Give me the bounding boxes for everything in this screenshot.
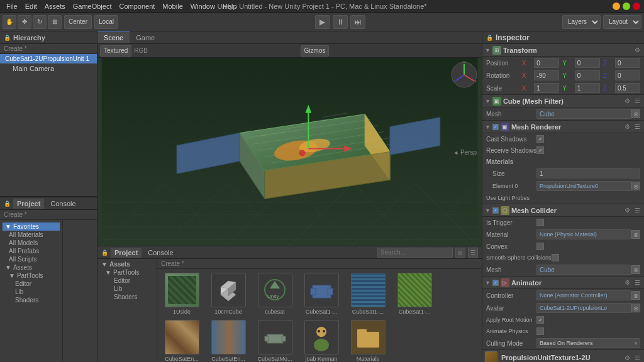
hierarchy-create[interactable]: Create * xyxy=(0,44,97,54)
menu-assets[interactable]: Assets xyxy=(41,3,69,10)
assets-header[interactable]: ▼Assets xyxy=(99,260,155,268)
mesh-value[interactable]: Cube xyxy=(536,109,631,119)
project-view-btn[interactable]: ⊞ xyxy=(455,248,465,258)
asset-10cmcube[interactable]: 10cmCube xyxy=(206,272,250,316)
project-tab[interactable]: Project xyxy=(13,199,44,209)
receive-shadows-checkbox[interactable] xyxy=(536,146,544,154)
all-models-folder[interactable]: All Models xyxy=(3,239,60,247)
cast-shadows-checkbox[interactable] xyxy=(536,135,544,143)
menu-component[interactable]: Component xyxy=(115,3,158,10)
smooth-sphere-checkbox[interactable] xyxy=(552,254,559,261)
project-editor[interactable]: Editor xyxy=(99,277,155,285)
scale-tool-btn[interactable]: ⊞ xyxy=(48,15,62,29)
collider-mesh-select-btn[interactable]: ◎ xyxy=(631,265,640,274)
project-options-btn[interactable]: ☰ xyxy=(468,248,478,258)
menu-window[interactable]: Window xyxy=(187,3,219,10)
mesh-renderer-enable[interactable] xyxy=(492,124,499,130)
favorites-folder[interactable]: ▼ Favorites xyxy=(3,222,60,231)
local-btn[interactable]: Local xyxy=(94,15,118,29)
size-input[interactable] xyxy=(536,168,640,178)
scale-x-input[interactable] xyxy=(534,83,559,93)
minimize-btn[interactable] xyxy=(613,3,620,10)
menu-edit[interactable]: Edit xyxy=(21,3,41,10)
rot-x-input[interactable] xyxy=(534,70,559,80)
console-tab2[interactable]: Console xyxy=(144,248,177,258)
controller-select-btn[interactable]: ◎ xyxy=(631,291,640,300)
mesh-select-btn[interactable]: ◎ xyxy=(631,109,640,118)
project-search[interactable] xyxy=(377,248,453,258)
console-tab[interactable]: Console xyxy=(47,199,79,209)
assets-root-folder[interactable]: ▼ Assets xyxy=(3,263,60,272)
asset-cubesat1-mat2[interactable]: CubeSat1-... xyxy=(392,272,436,316)
transform-gear[interactable]: ⚙ xyxy=(633,47,641,53)
project-title[interactable]: Project xyxy=(111,248,142,258)
apply-root-checkbox[interactable] xyxy=(536,316,544,324)
animator-enable[interactable] xyxy=(492,280,499,286)
all-materials-folder[interactable]: All Materials xyxy=(3,231,60,239)
mesh-collider-enable[interactable] xyxy=(492,207,499,214)
assets-create[interactable]: Create * xyxy=(157,259,482,269)
animator-gear[interactable]: ⚙ xyxy=(623,279,631,286)
animator-header[interactable]: ▼ ▷ Animator ⚙ ☰ xyxy=(482,277,644,289)
collider-mesh-value[interactable]: Cube xyxy=(536,265,631,275)
menu-gameobject[interactable]: GameObject xyxy=(69,3,116,10)
textured-btn[interactable]: Textured xyxy=(100,45,131,57)
pause-btn[interactable]: ⏸ xyxy=(333,15,348,29)
mesh-collider-gear[interactable]: ⚙ xyxy=(623,207,631,214)
game-tab[interactable]: Game xyxy=(130,31,161,43)
scale-y-input[interactable] xyxy=(575,83,600,93)
asset-joabkerman[interactable]: joab Kerman xyxy=(299,319,343,362)
lib-folder[interactable]: Lib xyxy=(3,288,60,296)
asset-cubesat1-mat[interactable]: CubeSat1-... xyxy=(346,272,390,316)
menu-mobile[interactable]: Mobile xyxy=(158,3,186,10)
project-shaders[interactable]: Shaders xyxy=(99,293,155,301)
hierarchy-item-cubesat[interactable]: CubeSat1-2UPropulsionUnit 1 xyxy=(0,54,97,63)
material-header[interactable]: PropulsionUnitTexture1-2U ⚙ ☰ xyxy=(482,350,644,362)
move-tool-btn[interactable]: ✥ xyxy=(18,15,31,29)
menu-file[interactable]: File xyxy=(3,3,21,10)
menu-help[interactable]: Help xyxy=(219,3,241,10)
mesh-renderer-menu[interactable]: ☰ xyxy=(633,123,641,130)
mesh-renderer-header[interactable]: ▼ ▣ Mesh Renderer ⚙ ☰ xyxy=(482,121,644,133)
material-gear[interactable]: ⚙ xyxy=(623,354,631,361)
mesh-filter-header[interactable]: ▼ ▣ Cube (Mesh Filter) ⚙ ☰ xyxy=(482,95,644,107)
collider-material-select-btn[interactable]: ◎ xyxy=(631,230,640,239)
hand-tool-btn[interactable]: ✋ xyxy=(3,15,16,29)
mesh-filter-gear[interactable]: ⚙ xyxy=(623,97,631,104)
maximize-btn[interactable] xyxy=(623,3,630,10)
controller-value[interactable]: None (Animator Controller) xyxy=(536,290,631,300)
element0-value[interactable]: PropulsionUnitTexture0 xyxy=(536,181,631,191)
play-btn[interactable]: ▶ xyxy=(315,15,330,29)
project-parttools[interactable]: ▼PartTools xyxy=(99,268,155,277)
rotate-tool-btn[interactable]: ↻ xyxy=(33,15,47,29)
layout-select[interactable]: Layout xyxy=(603,15,641,29)
mesh-collider-menu[interactable]: ☰ xyxy=(633,207,641,214)
scene-viewport[interactable] xyxy=(97,58,482,246)
shaders-folder[interactable]: Shaders xyxy=(3,296,60,304)
rot-z-input[interactable] xyxy=(615,70,640,80)
gizmos-btn[interactable]: Gizmos xyxy=(301,45,330,57)
mesh-filter-menu[interactable]: ☰ xyxy=(633,97,641,104)
animate-physics-checkbox[interactable] xyxy=(536,327,544,335)
asset-cubesaten1[interactable]: CubeSatEn... xyxy=(160,319,204,362)
all-prefabs-folder[interactable]: All Prefabs xyxy=(3,247,60,255)
animator-menu[interactable]: ☰ xyxy=(633,279,641,286)
element0-select-btn[interactable]: ◎ xyxy=(631,182,640,190)
culling-mode-dropdown[interactable]: Based On Renderers ▾ xyxy=(536,338,640,348)
center-btn[interactable]: Center xyxy=(64,15,92,29)
all-scripts-folder[interactable]: All Scripts xyxy=(3,255,60,263)
asset-cubesatmo[interactable]: CubeSatMo... xyxy=(253,319,297,362)
scale-z-input[interactable] xyxy=(615,83,640,93)
pos-y-input[interactable] xyxy=(575,58,600,68)
convex-checkbox[interactable] xyxy=(536,243,544,250)
project-create[interactable]: Create * xyxy=(0,210,97,220)
avatar-select-btn[interactable]: ◎ xyxy=(631,304,640,312)
transform-header[interactable]: ▼ ⊞ Transform ⚙ xyxy=(482,44,644,57)
pos-x-input[interactable] xyxy=(534,58,559,68)
is-trigger-checkbox[interactable] xyxy=(536,219,544,226)
avatar-value[interactable]: CubeSat1-2UPropulsionLo xyxy=(536,303,631,313)
asset-cubesat1-prefab[interactable]: CubeSat1-... xyxy=(299,272,343,316)
collider-material-value[interactable]: None (Physic Material) xyxy=(536,229,631,239)
asset-materials-folder[interactable]: Materials xyxy=(346,319,390,362)
hierarchy-item-camera[interactable]: Main Camera xyxy=(0,63,97,74)
